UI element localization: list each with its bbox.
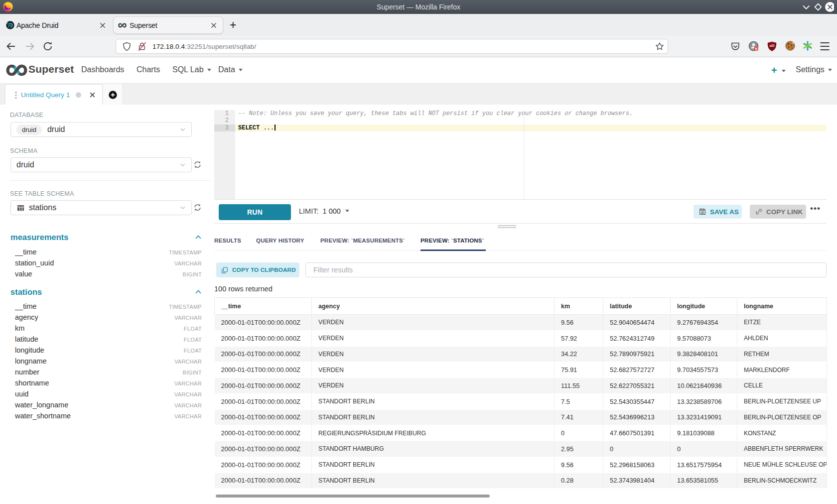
svg-text:uO: uO — [770, 44, 775, 47]
